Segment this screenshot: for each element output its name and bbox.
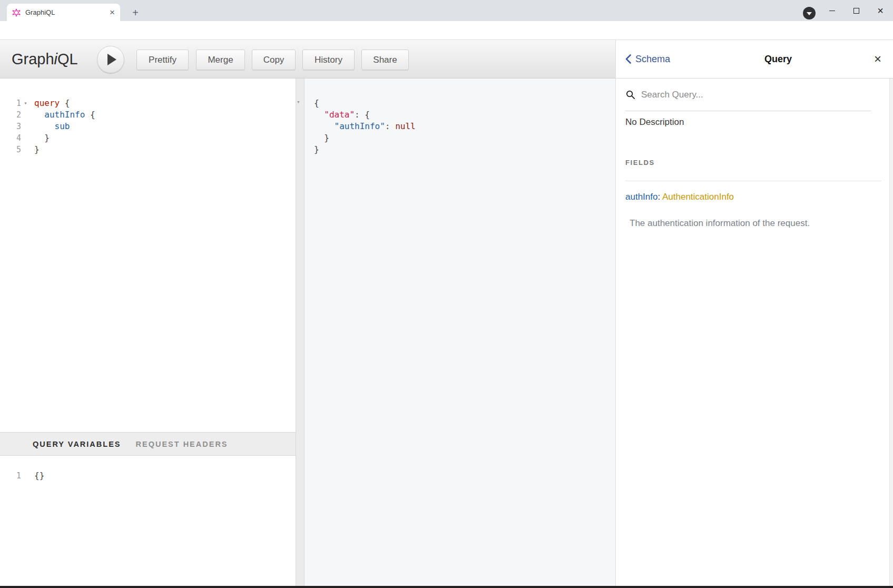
line-number: 3 <box>0 121 21 132</box>
play-icon <box>107 54 116 65</box>
field-separator: : <box>658 192 662 202</box>
tab-query-variables[interactable]: QUERY VARIABLES <box>33 440 121 448</box>
line-number: 1 <box>0 470 21 482</box>
minimize-icon <box>829 11 835 11</box>
chevron-left-icon <box>625 54 631 64</box>
code-line: } <box>310 132 615 144</box>
prettify-button[interactable]: Prettify <box>136 50 189 70</box>
fold-marker-icon <box>21 132 30 144</box>
fields-divider <box>625 181 881 181</box>
fold-marker-icon <box>21 109 30 121</box>
response-fold-icon[interactable]: ▾ <box>297 99 300 105</box>
tab-request-headers[interactable]: REQUEST HEADERS <box>136 440 228 448</box>
code-line: 1{} <box>0 470 296 482</box>
graphiql-logo: GraphiQL <box>12 51 78 68</box>
pane-divider[interactable] <box>296 79 305 586</box>
doc-search-input[interactable] <box>641 90 841 100</box>
line-number: 1 <box>0 97 21 109</box>
browser-tab-strip: GraphiQL × + × <box>0 0 893 21</box>
code-line: 3 sub <box>0 121 296 132</box>
copy-button[interactable]: Copy <box>252 50 296 70</box>
maximize-icon <box>853 8 859 14</box>
fold-marker-icon <box>21 470 30 482</box>
doc-back-link[interactable]: Schema <box>625 54 694 65</box>
doc-back-label: Schema <box>635 54 670 65</box>
line-number: 5 <box>0 144 21 155</box>
window-bottom-edge <box>0 586 893 588</box>
caret-down-icon <box>807 12 812 15</box>
doc-search-row <box>625 79 871 111</box>
graphql-favicon-icon <box>12 8 21 17</box>
doc-close-button[interactable]: × <box>862 52 893 66</box>
fold-marker-icon[interactable]: ▾ <box>21 97 30 109</box>
doc-title: Query <box>694 54 862 65</box>
doc-scrollbar[interactable] <box>889 79 893 586</box>
browser-tab[interactable]: GraphiQL × <box>7 4 120 21</box>
logo-part3: QL <box>57 51 78 67</box>
code-line: "authInfo": null <box>310 121 615 132</box>
browser-toolbar: localhost:3000/graphql ☆ UO P Tp <box>0 21 893 40</box>
execute-query-button[interactable] <box>97 46 124 73</box>
code-line: 4 } <box>0 132 296 144</box>
fold-marker-icon <box>21 121 30 132</box>
window-maximize-button[interactable] <box>845 0 868 21</box>
field-name-link[interactable]: authInfo <box>625 192 658 202</box>
response-viewer: { "data": { "authInfo": null }} <box>305 79 615 586</box>
code-line: "data": { <box>310 109 615 121</box>
window-close-button[interactable]: × <box>869 0 892 21</box>
history-button[interactable]: History <box>302 50 355 70</box>
fold-marker-icon <box>21 144 30 155</box>
search-icon <box>625 90 635 100</box>
code-line: 2 authInfo { <box>0 109 296 121</box>
query-editor[interactable]: 1▾query {2 authInfo {3 sub4 }5} <box>0 79 296 432</box>
window-minimize-button[interactable] <box>820 0 843 21</box>
new-tab-button[interactable]: + <box>128 5 143 20</box>
code-line: } <box>310 144 615 155</box>
close-icon: × <box>877 5 884 16</box>
logo-part1: Graph <box>12 51 54 67</box>
chrome-status-caret-icon[interactable] <box>803 7 816 19</box>
tab-close-icon[interactable]: × <box>110 8 115 17</box>
line-number: 2 <box>0 109 21 121</box>
code-line: 5} <box>0 144 296 155</box>
line-number: 4 <box>0 132 21 144</box>
field-auth-info: authInfo: AuthenticationInfo <box>625 192 734 202</box>
code-line: 1▾query { <box>0 97 296 109</box>
merge-button[interactable]: Merge <box>196 50 245 70</box>
code-line: { <box>310 97 615 109</box>
variables-editor[interactable]: 1{} <box>0 456 296 586</box>
share-button[interactable]: Share <box>361 50 409 70</box>
doc-explorer-header: Schema Query × <box>616 40 893 79</box>
field-type-link[interactable]: AuthenticationInfo <box>662 192 734 202</box>
type-description: No Description <box>625 117 684 128</box>
variables-tab-bar: QUERY VARIABLES REQUEST HEADERS <box>0 432 296 456</box>
fields-heading: FIELDS <box>625 159 655 166</box>
doc-explorer: Schema Query × No Description FIELDS aut… <box>615 40 893 586</box>
field-description: The authentication information of the re… <box>630 218 810 229</box>
tab-title: GraphiQL <box>25 8 110 16</box>
